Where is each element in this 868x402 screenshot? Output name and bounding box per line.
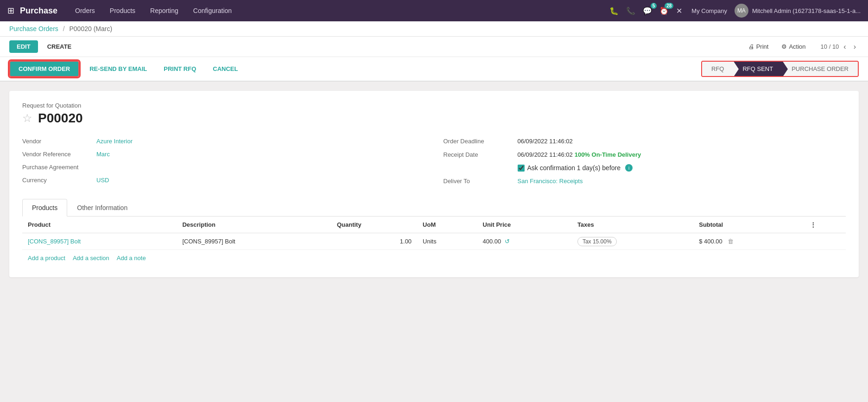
vendor-ref-label: Vendor Reference [22, 151, 96, 158]
close-icon[interactable]: ✕ [674, 5, 684, 17]
currency-row: Currency USD [22, 174, 425, 187]
table-row: [CONS_89957] Bolt [CONS_89957] Bolt 1.00… [22, 233, 846, 250]
edit-button[interactable]: EDIT [9, 40, 38, 53]
col-more: ⋮ [805, 217, 846, 233]
order-deadline-value[interactable]: 06/09/2022 11:46:02 [518, 138, 573, 145]
avatar: MA [735, 4, 748, 18]
col-uom: UoM [417, 217, 477, 233]
ontime-delivery-badge: 100% On-Time Delivery [575, 151, 641, 158]
action-button[interactable]: ⚙ Action [776, 40, 811, 53]
col-unit-price: Unit Price [477, 217, 572, 233]
cell-product: [CONS_89957] Bolt [22, 233, 177, 250]
deliver-to-value[interactable]: San Francisco: Receipts [518, 178, 583, 185]
col-taxes: Taxes [572, 217, 693, 233]
price-value: 400.00 [483, 238, 501, 245]
bug-icon[interactable]: 🐛 [608, 5, 621, 17]
breadcrumb-separator: / [63, 25, 65, 32]
subtotal-value: $ 400.00 [699, 238, 722, 245]
add-note-link[interactable]: Add a note [117, 255, 146, 262]
breadcrumb-parent[interactable]: Purchase Orders [9, 25, 58, 32]
breadcrumb-current: P00020 (Marc) [70, 25, 113, 32]
more-columns-icon[interactable]: ⋮ [810, 221, 816, 228]
favorite-star-icon[interactable]: ☆ [22, 112, 32, 125]
form-section-label: Request for Quotation [22, 102, 846, 109]
cell-quantity: 1.00 [331, 233, 417, 250]
cell-uom: Units [417, 233, 477, 250]
form-fields: Vendor Azure Interior Vendor Reference M… [22, 135, 846, 188]
printer-icon: 🖨 [748, 43, 754, 50]
purchase-agreement-row: Purchase Agreement [22, 161, 425, 174]
vendor-value[interactable]: Azure Interior [96, 138, 133, 145]
cell-row-more [805, 233, 846, 250]
create-button[interactable]: CREATE [40, 40, 79, 53]
topnav-icons: 🐛 📞 💬 5 ⏰ 28 ✕ [608, 5, 684, 17]
col-product: Product [22, 217, 177, 233]
pipeline-purchase-order[interactable]: PURCHASE ORDER [782, 62, 858, 76]
ask-confirmation-row: Ask confirmation 1 day(s) before i [444, 161, 846, 175]
order-deadline-row: Order Deadline 06/09/2022 11:46:02 [444, 135, 846, 148]
nav-products[interactable]: Products [103, 0, 142, 21]
add-row: Add a product Add a section Add a note [22, 250, 846, 266]
reset-price-icon[interactable]: ↺ [505, 238, 510, 245]
action-bar: EDIT CREATE 🖨 Print ⚙ Action 10 / 10 ‹ › [0, 37, 868, 57]
purchase-agreement-label: Purchase Agreement [22, 164, 96, 171]
product-name[interactable]: [CONS_89957] Bolt [28, 238, 81, 245]
col-quantity: Quantity [331, 217, 417, 233]
currency-value[interactable]: USD [96, 177, 109, 184]
cancel-button[interactable]: CANCEL [206, 62, 244, 76]
main-content: Request for Quotation ☆ P00020 Vendor Az… [0, 82, 868, 402]
product-table: Product Description Quantity UoM Unit Pr… [22, 217, 846, 250]
deliver-to-label: Deliver To [444, 178, 518, 185]
order-deadline-label: Order Deadline [444, 138, 518, 145]
page-navigation: 10 / 10 ‹ › [821, 42, 859, 52]
confirm-order-button[interactable]: CONFIRM ORDER [9, 61, 79, 77]
status-bar: CONFIRM ORDER RE-SEND BY EMAIL PRINT RFQ… [0, 57, 868, 82]
grid-icon[interactable]: ⊞ [7, 6, 14, 16]
tax-badge[interactable]: Tax 15.00% [577, 237, 617, 246]
username: Mitchell Admin (16273178-saas-15-1-a... [752, 7, 861, 14]
cell-subtotal: $ 400.00 🗑 [693, 233, 804, 250]
activity-badge: 28 [665, 3, 673, 9]
page-info: 10 / 10 [821, 43, 839, 50]
pipeline-rfq[interactable]: RFQ [702, 62, 733, 76]
vendor-ref-value[interactable]: Marc [96, 151, 110, 158]
user-menu[interactable]: MA Mitchell Admin (16273178-saas-15-1-a.… [735, 4, 861, 18]
info-icon[interactable]: i [625, 164, 633, 172]
gear-icon: ⚙ [781, 43, 787, 50]
form-card: Request for Quotation ☆ P00020 Vendor Az… [9, 91, 859, 277]
vendor-label: Vendor [22, 138, 96, 145]
resend-email-button[interactable]: RE-SEND BY EMAIL [83, 62, 153, 76]
tab-other-information[interactable]: Other Information [67, 199, 137, 216]
nav-orders[interactable]: Orders [69, 0, 101, 21]
deliver-to-row: Deliver To San Francisco: Receipts [444, 175, 846, 188]
activity-icon[interactable]: ⏰ 28 [658, 5, 671, 17]
cell-taxes: Tax 15.00% [572, 233, 693, 250]
next-page-button[interactable]: › [851, 42, 859, 52]
tab-products[interactable]: Products [22, 199, 67, 217]
form-title: P00020 [38, 111, 83, 126]
action-label: Action [789, 43, 805, 50]
company-name: My Company [691, 7, 727, 14]
print-button[interactable]: 🖨 Print [743, 40, 774, 53]
table-header-row: Product Description Quantity UoM Unit Pr… [22, 217, 846, 233]
ask-confirmation-checkbox-row: Ask confirmation 1 day(s) before i [518, 164, 633, 172]
right-fields: Order Deadline 06/09/2022 11:46:02 Recei… [444, 135, 846, 188]
receipt-date-label: Receipt Date [444, 151, 518, 158]
nav-configuration[interactable]: Configuration [187, 0, 238, 21]
left-fields: Vendor Azure Interior Vendor Reference M… [22, 135, 425, 188]
prev-page-button[interactable]: ‹ [841, 42, 849, 52]
add-product-link[interactable]: Add a product [28, 255, 65, 262]
delete-row-icon[interactable]: 🗑 [728, 238, 734, 245]
ask-confirmation-checkbox[interactable] [518, 165, 525, 172]
print-rfq-button[interactable]: PRINT RFQ [157, 62, 203, 76]
add-section-link[interactable]: Add a section [73, 255, 109, 262]
nav-reporting[interactable]: Reporting [144, 0, 185, 21]
tabs-bar: Products Other Information [22, 199, 846, 217]
vendor-row: Vendor Azure Interior [22, 135, 425, 148]
pipeline-rfq-sent[interactable]: RFQ SENT [733, 62, 782, 76]
currency-label: Currency [22, 177, 96, 184]
chat-icon[interactable]: 💬 5 [641, 5, 654, 17]
phone-icon[interactable]: 📞 [624, 5, 637, 17]
chat-badge: 5 [651, 3, 657, 9]
receipt-date-value[interactable]: 06/09/2022 11:46:02 [518, 151, 573, 158]
